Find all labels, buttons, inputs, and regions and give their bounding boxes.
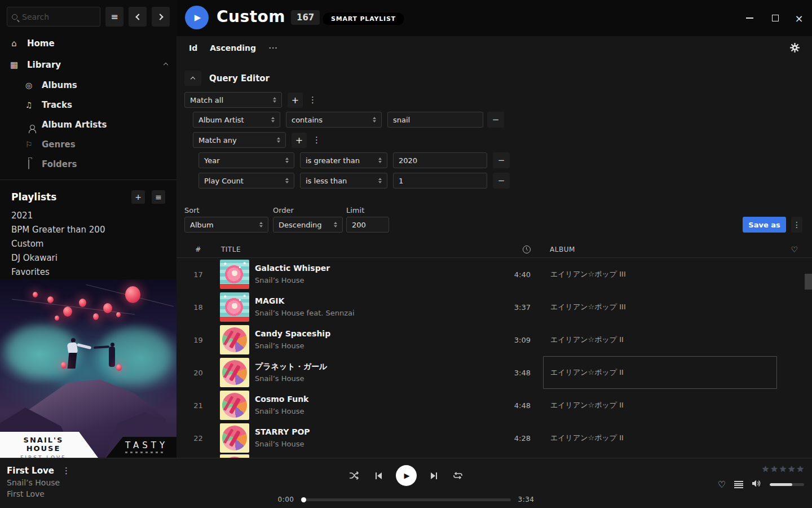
track-album[interactable]: エイリアン☆ポップ II xyxy=(543,323,777,356)
tracks-label: Tracks xyxy=(42,100,72,110)
sort-direction-button[interactable]: Ascending xyxy=(210,43,256,52)
search-box[interactable] xyxy=(7,7,100,27)
track-row[interactable]: 18 MAGIK Snail’s House feat. Sennzai 3:3… xyxy=(176,291,812,323)
folders-icon xyxy=(24,160,34,169)
star-icon[interactable]: ★ xyxy=(779,464,787,474)
album-art-thumbnail[interactable] xyxy=(220,325,249,354)
track-album[interactable]: エイリアン☆ポップ II xyxy=(543,422,777,454)
playlist-menu-button[interactable]: ≡ xyxy=(152,190,165,204)
match-type-select-2[interactable]: Match any xyxy=(193,132,286,148)
sidebar-item-genres[interactable]: ⚐ Genres xyxy=(0,137,176,152)
playlist-item-bpm[interactable]: BPM Greater than 200 xyxy=(0,222,176,237)
track-album[interactable]: エイリアン☆ポップ II xyxy=(543,356,777,389)
limit-input[interactable] xyxy=(346,217,389,233)
sort-select[interactable]: Album xyxy=(184,217,268,233)
track-album[interactable]: エイリアン☆ポップ III xyxy=(543,291,777,323)
search-input[interactable] xyxy=(22,12,95,21)
sidebar-item-library[interactable]: ▦ Library xyxy=(0,57,176,73)
play-pause-button[interactable]: ▶ xyxy=(396,465,417,486)
order-select[interactable]: Descending xyxy=(273,217,343,233)
star-icon[interactable]: ★ xyxy=(762,464,769,474)
sidebar-item-album-artists[interactable]: Album Artists xyxy=(0,117,176,132)
rule3-value-input[interactable] xyxy=(393,173,487,189)
sidebar-item-folders[interactable]: Folders xyxy=(0,156,176,172)
shuffle-button[interactable] xyxy=(348,470,361,482)
track-number: 17 xyxy=(176,270,220,279)
group-menu-button-1[interactable]: ⋮ xyxy=(308,95,316,105)
volume-slider[interactable] xyxy=(770,483,804,486)
add-rule-button-2[interactable]: + xyxy=(292,133,307,148)
rule1-value-input[interactable] xyxy=(387,112,483,128)
seek-bar[interactable] xyxy=(302,498,511,501)
match-type-select-1[interactable]: Match all xyxy=(184,92,282,108)
previous-track-button[interactable] xyxy=(372,470,385,482)
album-art-thumbnail[interactable] xyxy=(220,423,249,453)
column-title[interactable]: TITLE xyxy=(220,246,492,253)
nav-back-button[interactable] xyxy=(129,7,147,27)
maximize-button[interactable] xyxy=(770,12,781,24)
column-album[interactable]: ALBUM xyxy=(543,246,777,253)
star-icon[interactable]: ★ xyxy=(770,464,778,474)
album-artists-label: Album Artists xyxy=(42,120,107,130)
album-art-thumbnail[interactable] xyxy=(220,358,249,387)
play-playlist-button[interactable]: ▶ xyxy=(185,6,209,29)
remove-rule2-button[interactable]: − xyxy=(493,152,510,168)
query-editor-collapse-button[interactable] xyxy=(184,71,201,86)
nav-forward-button[interactable] xyxy=(152,7,170,27)
rule3-operator-select[interactable]: is less than xyxy=(300,173,387,189)
rule2-operator-select[interactable]: is greater than xyxy=(300,152,387,168)
save-menu-button[interactable]: ⋮ xyxy=(791,217,802,233)
save-as-button[interactable]: Save as xyxy=(743,217,786,233)
sidebar-item-tracks[interactable]: ♫ Tracks xyxy=(0,97,176,112)
playlist-item-custom[interactable]: Custom xyxy=(0,237,176,251)
minimize-button[interactable] xyxy=(744,12,755,24)
track-album[interactable]: エイリアン☆ポップ III xyxy=(543,258,777,291)
playlist-item-favorites[interactable]: Favorites xyxy=(0,265,176,279)
album-art-thumbnail[interactable] xyxy=(220,391,249,420)
more-options-button[interactable]: ⋯ xyxy=(268,42,277,53)
remove-rule3-button[interactable]: − xyxy=(493,173,510,189)
sidebar-item-albums[interactable]: ◎ Albums xyxy=(0,77,176,93)
sidebar-item-home[interactable]: ⌂ Home xyxy=(0,36,176,51)
scrollbar-thumb[interactable] xyxy=(805,274,812,290)
track-row[interactable]: 17 Galactic Whisper Snail’s House 4:40 エ… xyxy=(176,258,812,291)
star-icon[interactable]: ★ xyxy=(788,464,795,474)
album-art-thumbnail[interactable] xyxy=(220,292,249,322)
column-number[interactable]: # xyxy=(176,246,220,253)
track-number: 21 xyxy=(176,401,220,410)
track-row[interactable]: 19 Candy Spaceship Snail’s House 3:09 エイ… xyxy=(176,323,812,356)
close-button[interactable]: × xyxy=(793,12,805,24)
column-duration[interactable] xyxy=(492,246,531,253)
track-album[interactable]: エイリアン☆ポップ II xyxy=(543,389,777,422)
album-art-thumbnail[interactable] xyxy=(220,260,249,289)
seek-handle[interactable] xyxy=(301,497,306,502)
track-row[interactable]: 22 STARRY POP Snail’s House 4:28 エイリアン☆ポ… xyxy=(176,422,812,454)
menu-button[interactable]: ≡ xyxy=(105,7,123,27)
play-icon: ▶ xyxy=(404,471,410,480)
remove-rule1-button[interactable]: − xyxy=(487,112,504,128)
rule2-value-input[interactable] xyxy=(393,152,487,168)
next-track-button[interactable] xyxy=(428,470,440,482)
tracks-icon: ♫ xyxy=(24,100,34,110)
group-menu-button-2[interactable]: ⋮ xyxy=(312,135,320,145)
star-icon[interactable]: ★ xyxy=(797,464,804,474)
add-playlist-button[interactable]: + xyxy=(131,190,145,204)
favorite-button[interactable]: ♡ xyxy=(718,479,726,490)
column-favorite[interactable]: ♡ xyxy=(777,245,812,254)
track-row[interactable]: 20 プラネット・ガール Snail’s House 3:48 エイリアン☆ポッ… xyxy=(176,356,812,389)
add-rule-button-1[interactable]: + xyxy=(288,93,303,108)
now-playing-cover-art[interactable]: SNAIL'S HOUSE FIRST LOVE TASTY xyxy=(0,279,176,458)
track-row[interactable]: 21 Cosmo Funk Snail’s House 4:48 エイリアン☆ポ… xyxy=(176,389,812,422)
settings-gear-icon[interactable] xyxy=(790,43,800,55)
volume-icon[interactable] xyxy=(752,479,761,490)
playlist-item-dj-okawari[interactable]: DJ Okawari xyxy=(0,251,176,265)
playlist-item-2021[interactable]: 2021 xyxy=(0,208,176,222)
sort-field-button[interactable]: Id xyxy=(189,43,197,52)
rule3-field-select[interactable]: Play Count xyxy=(198,173,294,189)
rule2-field-select[interactable]: Year xyxy=(198,152,294,168)
repeat-button[interactable] xyxy=(452,470,464,482)
queue-button[interactable] xyxy=(734,481,743,488)
collapse-chevron-icon[interactable] xyxy=(164,63,168,67)
rule1-operator-select[interactable]: contains xyxy=(286,112,382,128)
rule1-field-select[interactable]: Album Artist xyxy=(193,112,280,128)
